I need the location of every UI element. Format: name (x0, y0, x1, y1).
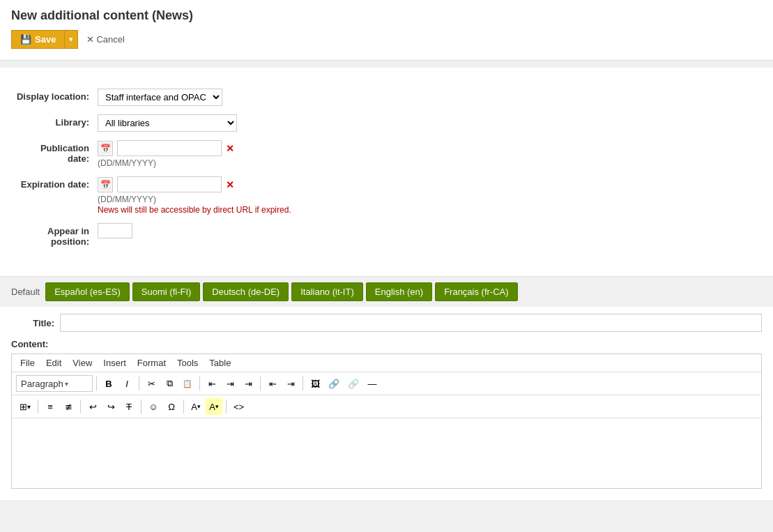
menu-insert[interactable]: Insert (98, 356, 132, 370)
tabs-section: Default Español (es-ES) Suomi (fi-FI) De… (0, 276, 773, 307)
expiration-date-hint: (DD/MM/YYYY) (98, 195, 759, 204)
publication-date-calendar-icon[interactable]: 📅 (98, 141, 113, 156)
title-row: Title: (11, 314, 762, 332)
tab-fi[interactable]: Suomi (fi-FI) (132, 282, 201, 301)
display-location-label: Display location: (14, 89, 98, 102)
special-char-button[interactable]: Ω (163, 398, 180, 415)
publication-date-input[interactable] (117, 140, 222, 156)
tab-es[interactable]: Español (es-ES) (45, 282, 130, 301)
expiration-date-row: Expiration date: 📅 ✕ (DD/MM/YYYY) News w… (14, 176, 759, 215)
editor-wrapper: File Edit View Insert Format Tools Table… (11, 354, 762, 489)
paragraph-dropdown-icon: ▾ (65, 380, 68, 388)
clear-format-button[interactable]: T (121, 398, 137, 415)
redo-button[interactable]: ↪ (102, 398, 119, 415)
align-left-button[interactable]: ⇤ (204, 375, 220, 392)
menu-format[interactable]: Format (132, 356, 171, 370)
library-control: All libraries Branch 1 (98, 114, 759, 132)
position-input[interactable] (98, 223, 132, 238)
indent-button[interactable]: ⇥ (282, 375, 299, 392)
library-label: Library: (14, 114, 98, 128)
floppy-icon (20, 34, 31, 45)
sep1 (96, 377, 97, 390)
display-location-select[interactable]: Staff interface and OPAC Staff interface… (98, 89, 222, 106)
emoji-button[interactable]: ☺ (145, 398, 162, 415)
content-label: Content: (11, 339, 762, 349)
page-header: New additional content (News) Save Cance… (0, 0, 773, 61)
sep10 (226, 400, 227, 413)
position-control (98, 223, 759, 238)
save-button[interactable]: Save (11, 30, 64, 49)
expiration-date-clear-button[interactable]: ✕ (226, 179, 234, 190)
display-location-row: Display location: Staff interface and OP… (14, 89, 759, 106)
editor-toolbar-row1: Paragraph ▾ B I ✂ ⧉ 📋 ⇤ ⇥ ⇥ ⇤ ⇥ 🖼 🔗 🔗 — (12, 372, 761, 395)
sep4 (260, 377, 261, 390)
menu-tools[interactable]: Tools (171, 356, 204, 370)
content-area: Display location: Staff interface and OP… (0, 68, 773, 276)
sep7 (80, 400, 81, 413)
hr-button[interactable]: — (364, 375, 381, 392)
menu-edit[interactable]: Edit (40, 356, 67, 370)
title-input[interactable] (60, 314, 762, 332)
link-button[interactable]: 🔗 (325, 375, 343, 392)
expiration-date-note: News will still be accessible by direct … (98, 205, 759, 215)
numbered-list-button[interactable]: ≢ (60, 398, 77, 415)
default-tab-label: Default (11, 287, 40, 297)
editor-menubar: File Edit View Insert Format Tools Table (12, 354, 761, 372)
editor-section: Title: Content: File Edit View Insert Fo… (0, 307, 773, 500)
expiration-date-calendar-icon[interactable]: 📅 (98, 177, 113, 192)
unlink-button[interactable]: 🔗 (344, 375, 362, 392)
toolbar: Save Cancel (11, 30, 762, 49)
expiration-date-control: 📅 ✕ (DD/MM/YYYY) News will still be acce… (98, 176, 759, 215)
publication-date-label: Publicationdate: (14, 140, 98, 164)
tab-de[interactable]: Deutsch (de-DE) (203, 282, 289, 301)
source-button[interactable]: <> (230, 398, 247, 415)
menu-file[interactable]: File (15, 356, 40, 370)
bold-button[interactable]: B (100, 375, 117, 392)
bullet-list-button[interactable]: ≡ (42, 398, 59, 415)
undo-button[interactable]: ↩ (84, 398, 101, 415)
editor-body[interactable] (12, 418, 761, 488)
table-button[interactable]: ⊞ ▾ (16, 398, 34, 415)
align-right-button[interactable]: ⇥ (240, 375, 257, 392)
title-field-label: Title: (11, 318, 60, 328)
save-dropdown-button[interactable] (64, 30, 78, 49)
cancel-x-icon (86, 34, 96, 45)
page-title: New additional content (News) (11, 8, 762, 23)
dropdown-arrow-icon (69, 35, 73, 43)
form-section: Display location: Staff interface and OP… (14, 82, 759, 262)
expiration-date-input[interactable] (117, 176, 222, 192)
paragraph-select[interactable]: Paragraph ▾ (16, 375, 93, 392)
align-center-button[interactable]: ⇥ (222, 375, 238, 392)
save-btn-group: Save (11, 30, 78, 49)
cancel-button[interactable]: Cancel (81, 31, 130, 48)
menu-view[interactable]: View (67, 356, 98, 370)
sep5 (303, 377, 303, 390)
highlight-button[interactable]: A▾ (206, 398, 222, 415)
menu-table[interactable]: Table (204, 356, 236, 370)
paragraph-label: Paragraph (21, 379, 63, 389)
sep9 (183, 400, 184, 413)
publication-date-clear-button[interactable]: ✕ (226, 143, 234, 154)
tab-it[interactable]: Italiano (it-IT) (291, 282, 363, 301)
italic-button[interactable]: I (118, 375, 135, 392)
sep2 (139, 377, 139, 390)
position-label: Appear inposition: (14, 223, 98, 247)
library-select[interactable]: All libraries Branch 1 (98, 114, 237, 132)
publication-date-hint: (DD/MM/YYYY) (98, 158, 759, 168)
display-location-control: Staff interface and OPAC Staff interface… (98, 89, 759, 106)
publication-date-row: Publicationdate: 📅 ✕ (DD/MM/YYYY) (14, 140, 759, 168)
save-label: Save (35, 34, 56, 45)
font-color-button[interactable]: A▾ (187, 398, 204, 415)
image-button[interactable]: 🖼 (307, 375, 323, 392)
cut-button[interactable]: ✂ (143, 375, 160, 392)
paste-button[interactable]: 📋 (179, 375, 196, 392)
publication-date-control: 📅 ✕ (DD/MM/YYYY) (98, 140, 759, 168)
copy-button[interactable]: ⧉ (161, 375, 178, 392)
sep3 (199, 377, 200, 390)
outdent-button[interactable]: ⇤ (264, 375, 281, 392)
sep6 (38, 400, 38, 413)
tab-fr[interactable]: Français (fr-CA) (435, 282, 517, 301)
editor-toolbar-row2: ⊞ ▾ ≡ ≢ ↩ ↪ T ☺ Ω A▾ A▾ <> (12, 395, 761, 418)
tab-en[interactable]: English (en) (366, 282, 432, 301)
cancel-label: Cancel (96, 34, 124, 45)
